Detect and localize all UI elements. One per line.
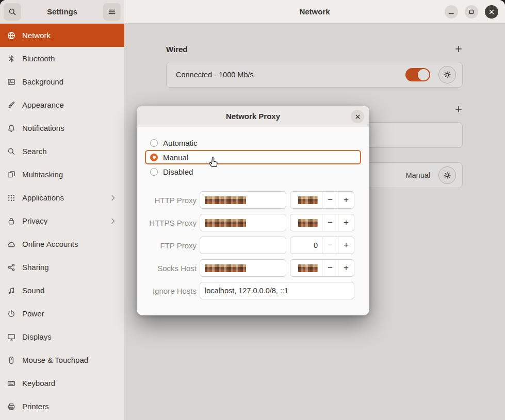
redacted-value <box>298 196 318 204</box>
add-vpn-button[interactable] <box>451 102 466 117</box>
https-proxy-port-decrement-button[interactable]: − <box>322 214 338 231</box>
socks-host-port-value[interactable] <box>290 260 322 276</box>
sidebar-item-appearance[interactable]: Appearance <box>0 93 124 116</box>
sidebar-item-label: Keyboard <box>22 379 55 388</box>
titlebar: Settings Network <box>0 0 505 24</box>
http-proxy-port-decrement-button[interactable]: − <box>322 192 338 208</box>
https-proxy-port-spinner: −+ <box>290 214 354 231</box>
http-proxy-label: HTTP Proxy <box>145 196 197 205</box>
wired-section-title: Wired <box>166 45 188 54</box>
gear-icon <box>443 171 451 179</box>
wired-settings-button[interactable] <box>438 66 456 83</box>
sidebar-item-sharing[interactable]: Sharing <box>0 256 124 279</box>
sidebar-item-mouse[interactable]: Mouse & Touchpad <box>0 348 124 372</box>
radio-icon <box>150 139 158 147</box>
lock-icon <box>7 217 15 225</box>
proxy-mode-options: AutomaticManualDisabled <box>145 136 361 179</box>
ftp-proxy-port-spinner: 0−+ <box>290 237 354 254</box>
sidebar-item-label: Displays <box>22 332 52 341</box>
https-proxy-input[interactable] <box>200 214 286 231</box>
sidebar-item-background[interactable]: Background <box>0 70 124 93</box>
proxy-fields: HTTP Proxy−+HTTPS Proxy−+FTP Proxy0−+Soc… <box>145 191 361 277</box>
close-button[interactable] <box>485 5 498 19</box>
sidebar-item-power[interactable]: Power <box>0 302 124 325</box>
radio-label: Automatic <box>163 139 198 147</box>
sidebar-item-network[interactable]: Network <box>0 24 124 47</box>
sidebar-item-sound[interactable]: Sound <box>0 279 124 302</box>
ftp-proxy-input[interactable] <box>200 237 286 254</box>
socks-host-port-spinner: −+ <box>290 259 354 277</box>
proxy-option-automatic[interactable]: Automatic <box>145 136 361 150</box>
add-wired-button[interactable] <box>451 41 466 57</box>
multitasking-icon <box>7 171 15 179</box>
monitor-icon <box>7 333 15 341</box>
dialog-close-button[interactable] <box>351 110 364 123</box>
socks-host-label: Socks Host <box>145 264 197 273</box>
proxy-mode-value: Manual <box>405 171 430 179</box>
https-proxy-row: HTTPS Proxy−+ <box>145 214 361 231</box>
sidebar-item-label: Search <box>22 147 47 156</box>
hamburger-icon <box>108 8 116 16</box>
sidebar: NetworkBluetoothBackgroundAppearanceNoti… <box>0 24 124 420</box>
http-proxy-port-value[interactable] <box>290 192 322 208</box>
sidebar-item-label: Notifications <box>22 124 64 132</box>
menu-button[interactable] <box>103 3 121 21</box>
http-proxy-port-increment-button[interactable]: + <box>338 192 354 208</box>
ignore-hosts-input[interactable] <box>200 282 354 299</box>
proxy-option-disabled[interactable]: Disabled <box>145 164 361 179</box>
sidebar-item-printers[interactable]: Printers <box>0 395 124 418</box>
sidebar-title: Settings <box>24 7 100 16</box>
radio-label: Manual <box>163 153 188 162</box>
plus-icon <box>454 105 463 113</box>
http-proxy-row: HTTP Proxy−+ <box>145 191 361 209</box>
maximize-button[interactable] <box>465 5 478 19</box>
https-proxy-port-value[interactable] <box>290 214 322 231</box>
sidebar-item-bluetooth[interactable]: Bluetooth <box>0 47 124 70</box>
close-icon <box>354 113 361 120</box>
sidebar-item-multitasking[interactable]: Multitasking <box>0 163 124 186</box>
sidebar-item-displays[interactable]: Displays <box>0 325 124 348</box>
socks-host-input[interactable] <box>200 259 286 277</box>
sidebar-item-online-accounts[interactable]: Online Accounts <box>0 232 124 256</box>
sidebar-item-label: Sharing <box>22 263 49 272</box>
redacted-value <box>298 219 318 227</box>
search-button[interactable] <box>4 3 21 21</box>
https-proxy-port-increment-button[interactable]: + <box>338 214 354 231</box>
http-proxy-input[interactable] <box>200 191 286 209</box>
close-icon <box>488 8 495 15</box>
dialog-headerbar: Network Proxy <box>137 106 369 127</box>
ftp-proxy-port-increment-button[interactable]: + <box>338 237 354 254</box>
music-note-icon <box>7 287 15 295</box>
sidebar-item-label: Applications <box>22 193 64 202</box>
cloud-icon <box>7 240 15 248</box>
sidebar-item-notifications[interactable]: Notifications <box>0 116 124 140</box>
sidebar-item-applications[interactable]: Applications <box>0 186 124 209</box>
ftp-proxy-port-value[interactable]: 0 <box>290 237 322 254</box>
appearance-icon <box>7 101 15 109</box>
chevron-right-icon <box>109 194 117 202</box>
proxy-option-manual[interactable]: Manual <box>145 150 361 164</box>
background-icon <box>7 78 15 86</box>
wired-toggle[interactable] <box>405 68 430 81</box>
ftp-proxy-port-decrement-button[interactable]: − <box>322 237 338 254</box>
minimize-button[interactable] <box>445 5 458 19</box>
redacted-value <box>205 264 246 272</box>
ignore-hosts-row: Ignore Hosts <box>145 282 361 299</box>
bluetooth-icon <box>7 55 15 63</box>
main-headerbar: Network <box>124 0 505 24</box>
wired-connection-row[interactable]: Connected - 1000 Mb/s <box>166 62 463 88</box>
https-proxy-label: HTTPS Proxy <box>145 219 197 227</box>
redacted-value <box>205 196 246 204</box>
wired-section: Wired Connected - 1000 Mb/s <box>166 43 463 88</box>
sidebar-item-privacy[interactable]: Privacy <box>0 209 124 232</box>
gear-icon <box>443 71 451 79</box>
share-icon <box>7 263 15 272</box>
sidebar-item-keyboard[interactable]: Keyboard <box>0 372 124 395</box>
plus-icon <box>454 45 463 53</box>
sidebar-item-search[interactable]: Search <box>0 140 124 163</box>
socks-host-port-decrement-button[interactable]: − <box>322 260 338 276</box>
proxy-settings-button[interactable] <box>438 166 456 184</box>
socks-host-port-increment-button[interactable]: + <box>338 260 354 276</box>
maximize-icon <box>468 8 475 15</box>
sidebar-item-label: Background <box>22 77 63 86</box>
